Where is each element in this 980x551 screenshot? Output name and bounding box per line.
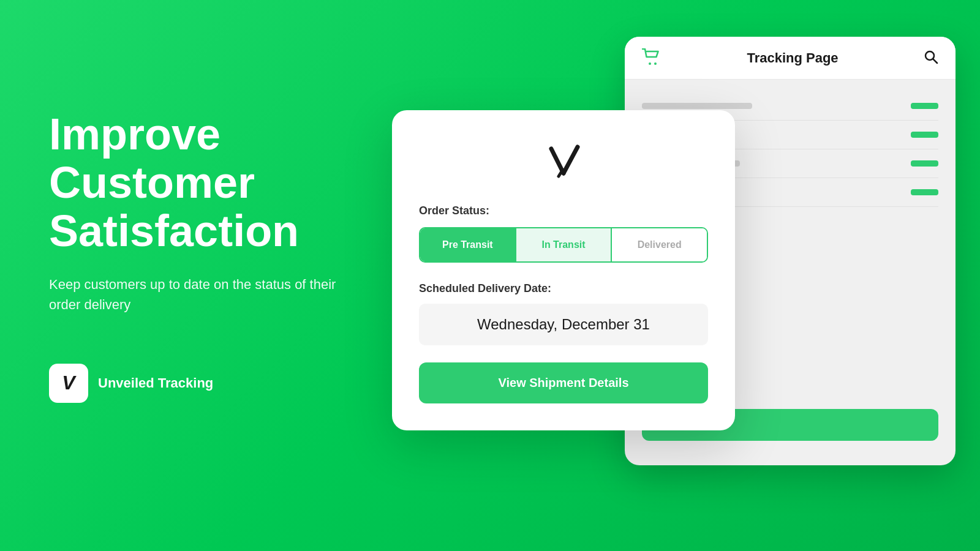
order-status-label: Order Status:	[419, 204, 708, 217]
sub-heading: Keep customers up to date on the status …	[49, 274, 368, 315]
heading-line-3: Satisfaction	[49, 206, 299, 255]
brand-name: Unveiled Tracking	[98, 375, 213, 391]
brand-logo-v-mark: V	[62, 372, 75, 394]
bg-list-badge	[911, 160, 938, 167]
view-shipment-button[interactable]: View Shipment Details	[419, 362, 708, 403]
heading-line-2: Customer	[49, 158, 255, 207]
heading-line-1: Improve	[49, 110, 221, 159]
tab-delivered-label: Delivered	[638, 239, 682, 250]
main-heading: Improve Customer Satisfaction	[49, 110, 368, 256]
svg-point-0	[649, 62, 651, 65]
svg-line-4	[551, 149, 564, 173]
svg-line-6	[559, 171, 562, 176]
delivery-date-box: Wednesday, December 31	[419, 304, 708, 345]
brand-badge: V Unveiled Tracking	[49, 364, 368, 403]
order-card: Order Status: Pre Transit In Transit Del…	[392, 110, 735, 430]
search-icon[interactable]	[924, 50, 938, 67]
view-shipment-label: View Shipment Details	[498, 376, 628, 389]
tracking-page-title: Tracking Page	[747, 50, 838, 66]
tab-pre-transit[interactable]: Pre Transit	[420, 228, 515, 261]
svg-point-1	[654, 62, 657, 65]
card-logo	[419, 140, 708, 182]
status-tabs: Pre Transit In Transit Delivered	[419, 227, 708, 263]
delivery-label: Scheduled Delivery Date:	[419, 282, 708, 295]
brand-logo-box: V	[49, 364, 88, 403]
tab-in-transit[interactable]: In Transit	[515, 228, 611, 261]
left-content-section: Improve Customer Satisfaction Keep custo…	[49, 110, 368, 403]
tab-delivered[interactable]: Delivered	[611, 228, 707, 261]
bg-list-badge	[911, 132, 938, 138]
svg-line-3	[933, 59, 937, 63]
delivery-date-text: Wednesday, December 31	[477, 316, 650, 332]
bg-list-badge	[911, 103, 938, 109]
svg-line-5	[564, 147, 578, 173]
tracking-page-header: Tracking Page	[625, 37, 956, 80]
v-logo-svg	[542, 140, 585, 182]
tab-in-transit-label: In Transit	[541, 239, 585, 250]
bg-list-badge	[911, 189, 938, 195]
tab-pre-transit-label: Pre Transit	[442, 239, 493, 250]
bg-list-line-long	[642, 103, 752, 109]
cart-icon	[642, 48, 662, 68]
